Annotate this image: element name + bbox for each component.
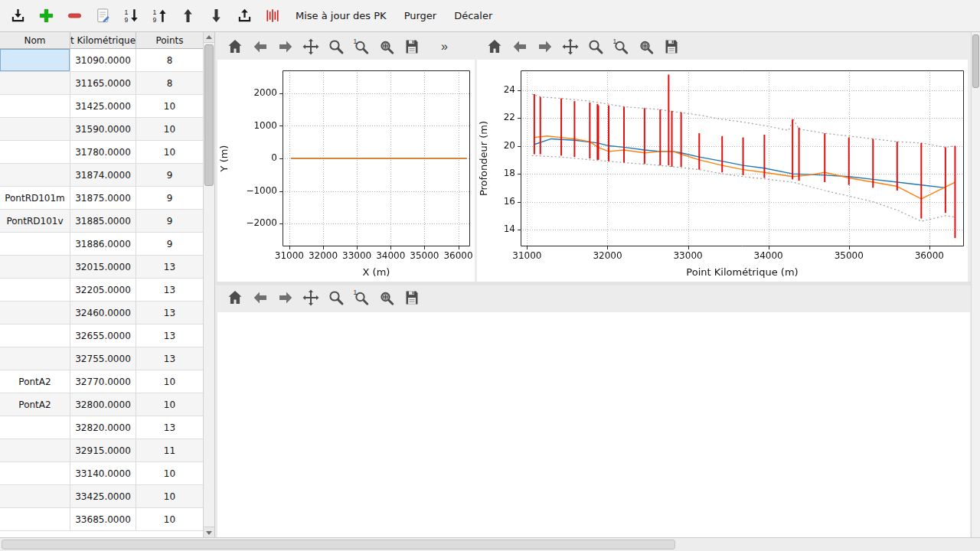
points-cell[interactable]: 11 [136, 439, 204, 461]
points-cell[interactable]: 10 [136, 118, 204, 140]
nom-cell[interactable] [0, 462, 70, 484]
pk-cell[interactable]: 32800.0000 [70, 393, 136, 416]
points-cell[interactable]: 10 [136, 462, 204, 484]
nom-cell[interactable]: PontA2 [0, 393, 70, 416]
points-cell[interactable]: 10 [136, 141, 204, 163]
home-button[interactable] [224, 286, 247, 309]
pan-button[interactable] [299, 286, 322, 309]
toolbar-overflow-button[interactable]: » [438, 40, 451, 54]
bottom-scrollbar[interactable] [0, 537, 980, 551]
table-scroll-thumb[interactable] [204, 44, 214, 186]
points-cell[interactable]: 8 [136, 72, 204, 94]
col-header-points[interactable]: Points [136, 32, 204, 49]
table-row[interactable]: PontRD101m31875.00009 [0, 187, 214, 210]
points-cell[interactable]: 10 [136, 508, 204, 530]
nom-cell[interactable] [0, 439, 70, 461]
pk-cell[interactable]: 31780.0000 [70, 141, 136, 163]
right-scrollbar[interactable] [971, 32, 980, 537]
edit-button[interactable] [90, 3, 116, 29]
pk-cell[interactable]: 31885.0000 [70, 210, 136, 232]
nom-cell[interactable] [0, 95, 70, 117]
pk-cell[interactable]: 32655.0000 [70, 324, 136, 347]
xy-plot-canvas[interactable] [217, 60, 475, 282]
table-row[interactable]: 31425.000010 [0, 95, 214, 118]
home-button[interactable] [483, 35, 506, 58]
pk-cell[interactable]: 32820.0000 [70, 416, 136, 439]
table-row[interactable]: 33425.000010 [0, 485, 214, 508]
home-button[interactable] [224, 35, 247, 58]
nom-cell[interactable] [0, 324, 70, 347]
table-row[interactable]: 31165.00008 [0, 72, 214, 95]
zoom-button[interactable] [325, 286, 348, 309]
move-up-button[interactable] [175, 3, 201, 29]
points-cell[interactable]: 8 [136, 49, 204, 71]
col-header-nom[interactable]: Nom [0, 32, 70, 49]
sort-asc-button[interactable] [146, 3, 172, 29]
pk-cell[interactable]: 32915.0000 [70, 439, 136, 461]
scroll-down-button[interactable] [204, 527, 214, 537]
splitter-handle[interactable] [216, 282, 971, 285]
forward-button[interactable] [274, 286, 297, 309]
save-button[interactable] [400, 35, 423, 58]
nom-cell[interactable] [0, 302, 70, 324]
table-row[interactable]: 32755.000013 [0, 347, 214, 370]
points-cell[interactable]: 13 [136, 324, 204, 347]
back-button[interactable] [249, 35, 272, 58]
forward-button[interactable] [274, 35, 297, 58]
pk-cell[interactable]: 31425.0000 [70, 95, 136, 117]
zoom-button[interactable] [325, 35, 348, 58]
points-cell[interactable]: 10 [136, 95, 204, 117]
table-row[interactable]: PontA232800.000010 [0, 393, 214, 416]
nom-cell[interactable] [0, 118, 70, 140]
points-cell[interactable]: 10 [136, 370, 204, 393]
nom-cell[interactable] [0, 485, 70, 507]
table-row[interactable]: 31090.00008 [0, 49, 214, 72]
table-row[interactable]: 31590.000010 [0, 118, 214, 141]
pk-cell[interactable]: 33425.0000 [70, 485, 136, 507]
pk-cell[interactable]: 32755.0000 [70, 347, 136, 370]
sort-desc-button[interactable] [118, 3, 144, 29]
nom-cell[interactable] [0, 347, 70, 370]
shift-button[interactable]: Décaler [446, 5, 500, 28]
table-row[interactable]: 31886.00009 [0, 233, 214, 256]
back-button[interactable] [508, 35, 531, 58]
pk-cell[interactable]: 33685.0000 [70, 508, 136, 530]
bottom-scroll-thumb[interactable] [2, 540, 675, 549]
points-cell[interactable]: 10 [136, 393, 204, 416]
save-button[interactable] [660, 35, 683, 58]
zoom-select-button[interactable] [635, 35, 658, 58]
pk-cell[interactable]: 31590.0000 [70, 118, 136, 140]
zoom-one-button[interactable] [350, 286, 373, 309]
nom-cell[interactable] [0, 508, 70, 530]
points-cell[interactable]: 13 [136, 347, 204, 370]
pk-cell[interactable]: 32460.0000 [70, 302, 136, 324]
scroll-up-button[interactable] [204, 32, 214, 43]
points-cell[interactable]: 9 [136, 210, 204, 232]
save-button[interactable] [400, 286, 423, 309]
nom-cell[interactable] [0, 256, 70, 278]
table-row[interactable]: 33140.000010 [0, 462, 214, 485]
points-cell[interactable]: 13 [136, 302, 204, 324]
nom-cell[interactable]: PontA2 [0, 370, 70, 393]
profile-plot-canvas[interactable] [477, 60, 968, 282]
table-row[interactable]: 32655.000013 [0, 324, 214, 347]
table-scrollbar[interactable] [203, 32, 214, 537]
points-cell[interactable]: 13 [136, 416, 204, 439]
table-row[interactable]: 32015.000013 [0, 256, 214, 279]
pk-cell[interactable]: 31165.0000 [70, 72, 136, 94]
nom-cell[interactable] [0, 49, 70, 71]
points-cell[interactable]: 9 [136, 187, 204, 209]
table-row[interactable]: PontRD101v31885.00009 [0, 210, 214, 233]
red-bars-button[interactable] [260, 3, 286, 29]
pk-cell[interactable]: 31875.0000 [70, 187, 136, 209]
purge-button[interactable]: Purger [397, 5, 445, 28]
update-pk-button[interactable]: Mise à jour des PK [288, 5, 394, 28]
add-button[interactable] [33, 3, 59, 29]
points-cell[interactable]: 9 [136, 233, 204, 255]
pk-cell[interactable]: 32205.0000 [70, 279, 136, 301]
table-row[interactable]: 32915.000011 [0, 439, 214, 462]
export-button[interactable] [231, 3, 257, 29]
zoom-one-button[interactable] [350, 35, 373, 58]
pan-button[interactable] [299, 35, 322, 58]
zoom-select-button[interactable] [375, 286, 398, 309]
